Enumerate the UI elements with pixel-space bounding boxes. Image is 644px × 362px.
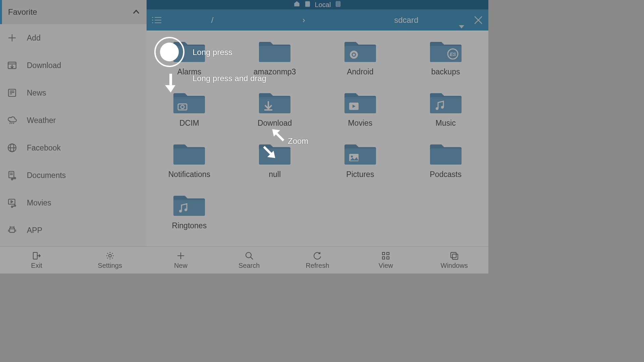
sidebar-item-label: Facebook [27,143,61,153]
sidebar-item-documents[interactable]: Documents [0,162,147,189]
folder-amazonmp3[interactable]: amazonmp3 [232,37,318,76]
sidebar-header-title: Favorite [8,7,37,17]
folder-icon [173,191,206,219]
svg-text:ES: ES [449,52,456,57]
svg-rect-77 [173,200,205,216]
folder-label: Notifications [168,170,210,179]
svg-rect-72 [259,148,290,165]
toolbar-label: New [174,262,187,269]
breadcrumb-sep: › [300,15,308,25]
toolbar-exit-button[interactable]: Exit [0,247,73,274]
sidebar-item-movies[interactable]: Movies [0,189,147,217]
folder-icon [344,37,377,65]
gear-icon [105,251,115,261]
sidebar-item-label: Download [27,61,61,70]
newspaper-icon [7,88,17,98]
folder-movies[interactable]: Movies [318,88,403,128]
sdcard-icon[interactable] [304,1,311,9]
folder-alarms[interactable]: Alarms [147,37,232,76]
sidebar-item-facebook[interactable]: Facebook [0,134,147,162]
svg-point-75 [351,156,353,158]
sidebar-item-label: Documents [27,171,66,180]
folder-label: amazonmp3 [254,67,296,76]
svg-rect-53 [344,46,376,62]
folder-icon [258,140,291,168]
svg-rect-62 [259,97,290,113]
folder-backups[interactable]: ES backups [403,37,488,76]
svg-rect-76 [430,148,462,165]
close-tab-icon[interactable] [468,15,488,25]
plus-icon [176,251,185,261]
svg-point-78 [179,210,182,213]
globe-icon [7,143,17,153]
folder-icon [258,37,291,65]
plus-icon [7,33,17,43]
windows-icon [449,251,459,261]
folder-label: null [269,170,281,179]
sidebar-item-label: APP [27,226,42,235]
sidebar-item-label: Add [27,34,41,43]
toolbar-label: Exit [31,262,42,269]
toolbar-search-button[interactable]: Search [215,247,283,274]
svg-rect-68 [430,97,462,113]
top-status-label: Local [315,1,331,9]
folder-label: DCIM [179,119,199,128]
sidebar-item-label: News [27,88,46,98]
list-view-toggle-icon[interactable] [147,16,167,24]
folder-label: Podcasts [430,170,462,179]
folder-podcasts[interactable]: Podcasts [403,140,488,179]
sidebar-items: AddDownloadNewsWeatherFacebookDocumentsM… [0,24,147,246]
folder-label: Ringtones [172,221,207,230]
toolbar-view-button[interactable]: View [352,247,420,274]
sidebar-item-news[interactable]: News [0,79,147,107]
folder-ringtones[interactable]: Ringtones [147,191,232,230]
doc-share-icon [7,170,17,180]
sidebar-item-app[interactable]: APP [0,217,147,244]
folder-label: Download [258,119,292,128]
file-grid[interactable]: Alarms amazonmp3 Android ES backups DCIM… [147,31,488,246]
folder-download[interactable]: Download [232,88,318,128]
grid-icon [381,251,390,261]
cloud-rain-icon [7,115,17,125]
toolbar-label: View [379,262,393,269]
download-box-icon [7,60,17,70]
folder-icon [173,37,206,65]
folder-dcim[interactable]: DCIM [147,88,232,128]
toolbar-label: Refresh [306,262,329,269]
folder-pictures[interactable]: Pictures [318,140,403,179]
svg-rect-56 [430,46,462,62]
sidebar-header-favorite[interactable]: Favorite [0,0,147,24]
folder-android[interactable]: Android [318,37,403,76]
breadcrumb[interactable]: / › sdcard [167,15,463,25]
folder-icon [258,88,291,117]
exit-icon [32,251,41,261]
movie-share-icon [7,198,17,208]
folder-music[interactable]: Music [403,88,488,128]
toolbar-new-button[interactable]: New [147,247,215,274]
sdcard-icon-2[interactable] [335,1,341,9]
refresh-icon [313,251,322,261]
path-dropdown-icon[interactable] [459,25,464,28]
folder-label: Alarms [177,67,202,76]
toolbar-label: Search [238,262,260,269]
svg-point-70 [441,106,444,109]
path-toolbar: / › sdcard [147,9,488,31]
breadcrumb-current[interactable]: sdcard [391,15,421,25]
home-icon[interactable] [293,1,300,9]
sidebar-item-download[interactable]: Download [0,52,147,79]
sidebar-item-add[interactable]: Add [0,24,147,52]
svg-rect-52 [259,46,290,62]
chevron-up-icon [132,8,140,16]
toolbar-refresh-button[interactable]: Refresh [283,247,352,274]
breadcrumb-root[interactable]: / [209,15,216,25]
top-status-bar: Local [147,0,488,9]
folder-null[interactable]: null [232,140,318,179]
toolbar-windows-button[interactable]: Windows [420,247,488,274]
folder-label: Android [347,67,373,76]
svg-point-79 [184,208,187,211]
folder-notifications[interactable]: Notifications [147,140,232,179]
svg-point-54 [350,51,358,59]
sidebar-item-weather[interactable]: Weather [0,107,147,134]
folder-icon [173,88,206,117]
toolbar-settings-button[interactable]: Settings [73,247,147,274]
